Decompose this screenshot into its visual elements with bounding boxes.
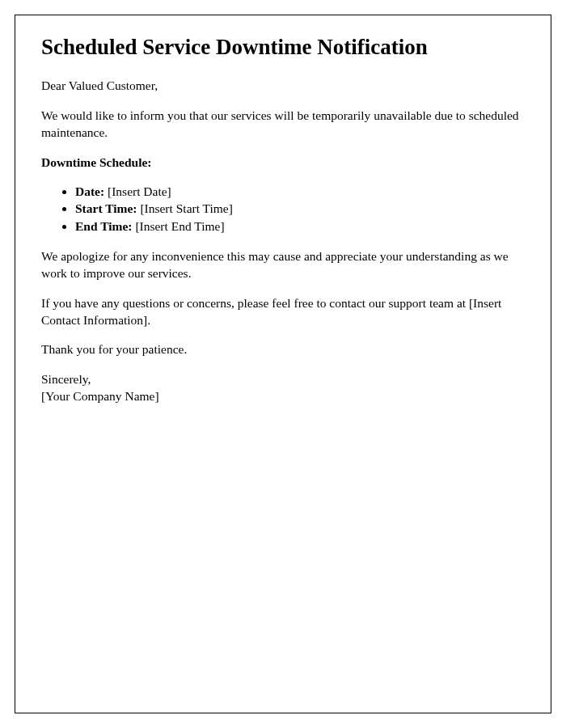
schedule-end-value: [Insert End Time] <box>133 219 225 233</box>
schedule-end-label: End Time: <box>75 219 133 233</box>
schedule-list: Date: [Insert Date] Start Time: [Insert … <box>75 183 525 235</box>
list-item: End Time: [Insert End Time] <box>75 218 525 235</box>
document-container: Scheduled Service Downtime Notification … <box>15 15 551 713</box>
greeting-text: Dear Valued Customer, <box>41 78 525 95</box>
schedule-start-label: Start Time: <box>75 201 137 215</box>
contact-paragraph: If you have any questions or concerns, p… <box>41 295 525 329</box>
schedule-heading: Downtime Schedule: <box>41 154 525 171</box>
intro-paragraph: We would like to inform you that our ser… <box>41 108 525 142</box>
list-item: Date: [Insert Date] <box>75 183 525 201</box>
list-item: Start Time: [Insert Start Time] <box>75 200 525 218</box>
schedule-date-label: Date: <box>75 184 104 198</box>
company-name: [Your Company Name] <box>41 389 159 403</box>
apology-paragraph: We apologize for any inconvenience this … <box>41 248 525 282</box>
thanks-paragraph: Thank you for your patience. <box>41 341 525 358</box>
document-title: Scheduled Service Downtime Notification <box>41 35 525 60</box>
schedule-date-value: [Insert Date] <box>104 184 171 198</box>
signoff-block: Sincerely, [Your Company Name] <box>41 371 525 405</box>
closing-text: Sincerely, <box>41 372 91 386</box>
schedule-start-value: [Insert Start Time] <box>137 201 233 215</box>
